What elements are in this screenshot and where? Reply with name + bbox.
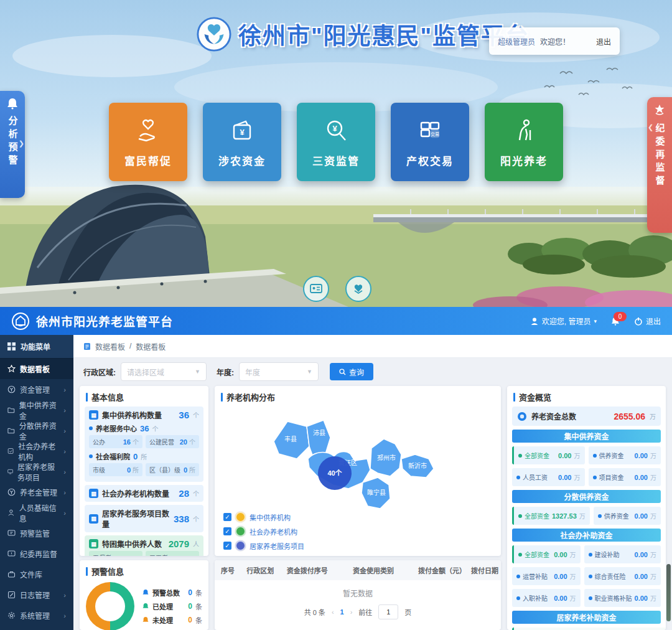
- menu-header-label: 功能菜单: [21, 341, 50, 352]
- empty-state: 暂无数据: [215, 580, 501, 603]
- col-header: 拨付金额（元）: [416, 560, 469, 580]
- sidebar-item-discipline-supervision[interactable]: 纪委再监督: [0, 543, 73, 564]
- sidebar-item-home-care-projects[interactable]: 居家养老服务项目›: [0, 461, 73, 482]
- sidebar-item-decentralized-funds[interactable]: 分散供养资金›: [0, 420, 73, 441]
- funds-section-header: 居家养老补助资金: [512, 611, 661, 624]
- alert-monitor-icon: [7, 550, 16, 558]
- sidebar-menu-header: 功能菜单: [0, 335, 73, 359]
- district-label: 沛县: [313, 429, 325, 436]
- marker-icon: [235, 512, 246, 522]
- chevron-right-icon: ›: [63, 591, 66, 599]
- grid-icon: [7, 342, 16, 350]
- sidebar-item-fund-management[interactable]: 资金管理›: [0, 379, 73, 400]
- module-label: 富民帮促: [124, 153, 172, 168]
- legend-homecare[interactable]: ✓ 居家养老服务项目: [223, 540, 304, 551]
- user-icon: [530, 317, 539, 326]
- funds-overview-panel: 资金概览 养老资金总数 2655.06 万 集中供养资金 全部资金0.00万 供…: [507, 386, 666, 630]
- funds-section-header: 集中供养资金: [512, 430, 661, 443]
- breadcrumb-root[interactable]: 数据看板: [95, 341, 125, 352]
- briefcase-icon: [7, 570, 16, 578]
- total-count: 共 0 条: [304, 607, 325, 617]
- search-yuan-icon: ¥: [322, 116, 350, 145]
- legend-social[interactable]: ✓ 社会办养老机构: [223, 526, 304, 537]
- module-fumin-bangcu[interactable]: 富民帮促: [109, 103, 187, 181]
- sidebar-item-label: 分散供养资金: [19, 420, 60, 441]
- monitor-icon: [7, 468, 13, 476]
- chevron-right-icon: ❯: [19, 139, 24, 148]
- analysis-warning-tab[interactable]: 分析预警 ❯: [0, 91, 25, 198]
- warning-unhandled-stat: 未处理 0 条: [142, 615, 202, 625]
- xuzhou-district-map[interactable]: 丰县 沛县 贾汪区 邳州市 新沂市 睢宁县 40个: [215, 403, 501, 527]
- search-button[interactable]: 查询: [330, 363, 373, 380]
- welcome-user: 欢迎您, 管理员: [542, 316, 591, 326]
- module-label: 阳光养老: [500, 153, 548, 168]
- logout-button[interactable]: 退出: [634, 316, 661, 326]
- region-filter-label: 行政区域:: [83, 367, 116, 377]
- chevron-right-icon: ›: [63, 612, 66, 619]
- sidebar-item-file-library[interactable]: 文件库: [0, 564, 73, 585]
- landing-header: 徐州市"阳光惠民"监管平台: [196, 16, 530, 52]
- current-page[interactable]: 1: [340, 608, 344, 616]
- sidebar-item-personnel-info[interactable]: 人员基础信息›: [0, 502, 73, 523]
- stat-row-homecare-projects: ▤ 居家养老服务项目数量 338个: [85, 505, 203, 532]
- page-input[interactable]: [378, 604, 398, 619]
- scrollbar-thumb[interactable]: [666, 564, 671, 621]
- prev-page-icon[interactable]: ‹: [332, 608, 334, 616]
- module-buttons: 富民帮促 ¥ 涉农资金 ¥ 三资监管 交易: [109, 103, 563, 181]
- sidebar-item-log-management[interactable]: 日志管理›: [0, 585, 73, 605]
- discipline-supervision-tab[interactable]: 纪委再监督 ❮: [647, 97, 672, 233]
- sidebar-item-social-institutions[interactable]: 社会办养老机构›: [0, 441, 73, 461]
- sidebar-item-centralized-funds[interactable]: 集中供养资金›: [0, 400, 73, 420]
- welcome-text: 欢迎您！: [540, 36, 570, 47]
- module-shenong-zijin[interactable]: ¥ 涉农资金: [203, 103, 281, 181]
- year-select[interactable]: 年度 ▼: [239, 362, 319, 381]
- page-unit-label: 页: [404, 607, 411, 617]
- id-card-icon[interactable]: [303, 276, 329, 302]
- legend-centralized[interactable]: ✓ 集中供养机构: [223, 512, 304, 522]
- region-placeholder: 请选择区域: [127, 367, 164, 377]
- module-label: 产权交易: [406, 153, 454, 168]
- heart-care-icon[interactable]: [345, 276, 371, 302]
- logout-link[interactable]: 退出: [596, 36, 611, 47]
- sidebar-item-warning-supervision[interactable]: 预警监管: [0, 523, 73, 543]
- checkbox-checked-icon[interactable]: ✓: [223, 513, 231, 521]
- notifications-button[interactable]: 0: [610, 316, 620, 326]
- coin-icon: [7, 488, 16, 496]
- cluster-count-label: 40个: [327, 469, 342, 477]
- sidebar-item-label: 数据看板: [20, 364, 50, 374]
- checkbox-checked-icon[interactable]: ✓: [223, 542, 231, 550]
- module-yangguang-yanglao[interactable]: 阳光养老: [485, 103, 563, 181]
- col-header: 资金拨付序号: [284, 560, 350, 580]
- warning-handled-stat: 已处理 0 条: [142, 601, 202, 611]
- sidebar-item-label: 集中供养资金: [19, 400, 60, 421]
- sidebar-item-label: 纪委再监督: [20, 548, 57, 559]
- breadcrumb: 数据看板 / 数据看板: [73, 335, 672, 358]
- region-select[interactable]: 请选择区域 ▼: [121, 362, 207, 381]
- svg-text:¥: ¥: [240, 128, 245, 137]
- wallet-yuan-icon: ¥: [228, 116, 256, 145]
- heart-hand-icon: [134, 116, 162, 145]
- user-box: 超级管理员 欢迎您！ 退出: [489, 27, 620, 55]
- panel-title: 资金概览: [507, 386, 666, 407]
- col-header: 资金使用类别: [350, 560, 416, 580]
- next-page-icon[interactable]: ›: [350, 608, 353, 616]
- payment-table: 序号 行政区划 资金拨付序号 资金使用类别 拨付金额（元） 拨付日期: [215, 560, 501, 580]
- sidebar-item-data-board[interactable]: 数据看板: [0, 359, 73, 379]
- bell-icon: [142, 603, 149, 610]
- module-chanquan-jiaoyi[interactable]: 交易 产权交易: [391, 103, 469, 181]
- module-sanzi-jianguan[interactable]: ¥ 三资监管: [297, 103, 375, 181]
- svg-text:交易: 交易: [431, 131, 439, 137]
- sidebar-item-pension-management[interactable]: 养老金管理›: [0, 482, 73, 502]
- district-label: 新沂市: [408, 462, 427, 469]
- sidebar-item-system-management[interactable]: 系统管理›: [0, 605, 73, 626]
- user-menu[interactable]: 欢迎您, 管理员 ▾: [530, 316, 597, 326]
- stat-chip: 五保老人103人: [89, 551, 142, 556]
- checkbox-checked-icon[interactable]: ✓: [223, 527, 231, 535]
- basic-info-panel: 基本信息 ▤ 集中供养机构数量 36 个 养老服务中心 36个 公办16个 公建…: [80, 386, 208, 556]
- doc-badge-icon: ▤: [89, 539, 98, 548]
- landing-title: 徐州市"阳光惠民"监管平台: [238, 17, 530, 51]
- bell-icon: [142, 589, 149, 596]
- payment-table-panel: 序号 行政区划 资金拨付序号 资金使用类别 拨付金额（元） 拨付日期 暂无数据 …: [215, 560, 501, 630]
- institution-map-panel: 养老机构分布 丰县 沛县 贾汪区 邳州市 新沂市 睢宁县: [215, 386, 501, 556]
- sidebar: 功能菜单 数据看板 资金管理› 集中供养资金› 分散供养资金› 社会办养老机构›…: [0, 335, 73, 630]
